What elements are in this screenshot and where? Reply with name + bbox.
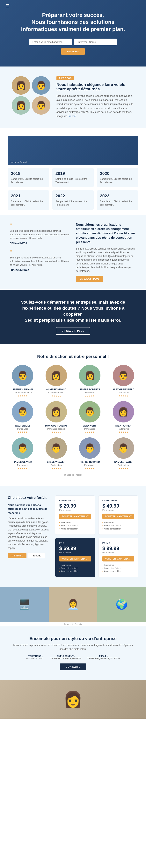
contact-button[interactable]: CONTACTE [60,663,86,670]
plan-price-0: $ 29.99 [59,503,91,509]
timeline-item-4[interactable]: 2022 Sample text. Click to select the Te… [52,190,94,210]
plan-period-3: Par mensuel [102,551,134,554]
about-body: Bien que nous ne soyons pas la première … [56,94,134,118]
gallery-item-0: 🖥️ [0,587,49,622]
team-avatar-2: 👩 [79,365,100,386]
timeline-year-4: 2022 [55,193,91,198]
team-grid-row1: 👨 JEFFREY BROWN Partenaire mondial ★★★★★… [8,365,138,397]
pricing-card-pro: PRO $ 69.99 Par mensuel ACHETER MAINTENA… [55,538,95,577]
about-avatar-2: 👨 [32,76,50,95]
hero-name-input[interactable] [74,39,117,45]
hero-email-input[interactable] [29,39,72,45]
footer-cta-body: Nous sommes là pour vous aider et répond… [12,644,134,651]
plan-buy-button-1[interactable]: ACHETER MAINTENANT [102,514,134,519]
team-role-7: Partenaires [108,428,139,430]
team-avatar-7: 👩 [113,401,134,423]
quote-mark-1: " [10,223,70,228]
timeline-item-1[interactable]: 2019 Sample text. Click to select the Te… [52,168,94,187]
plan-feature-1-1: Autres des fraises [102,524,134,527]
plan-feature-3-2: Autre composition [102,570,134,572]
quote-author-1: CÉLIA ALMEDA [10,242,70,245]
footer-info: TÉLÉPHONE : +1 (255) 352 55 22 EMPLACEME… [12,655,134,659]
team-title: Notre direction et notre personnel ! [8,354,138,359]
team-avatar-4: 👨 [12,401,33,423]
team-avatar-11: 👨 [113,437,134,459]
timeline-item-3[interactable]: 2021 Sample text. Click to select the Te… [8,190,49,210]
learn-more-button[interactable]: EN SAVOIR PLUS [76,276,103,282]
about-title: Nous habitation élégance faire volets vo… [56,83,134,91]
team-name-7: MILA PARKER [108,425,139,427]
timeline-item-0[interactable]: 2018 Sample text. Click to select the Te… [8,168,49,187]
pricing-tab-annual[interactable]: ANNUEL [28,553,45,558]
plan-feature-2-0: Premières [59,564,91,566]
plan-price-1: $ 49.99 [102,503,134,509]
footer-phone: TÉLÉPHONE : +1 (255) 352 55 22 [26,655,45,659]
team-member-3: 👨 ALEX GREENFIELD Partenaires ★★★★★ [108,365,139,397]
plan-feature-1-0: Premières [102,521,134,524]
plan-label-0: COMMENCER [59,499,91,502]
team-member-0: 👨 JEFFREY BROWN Partenaire mondial ★★★★★ [8,365,38,397]
hero-submit-button[interactable]: Soumettre [61,48,85,55]
team-stars-0: ★★★★★ [8,395,38,397]
pricing-right: COMMENCER $ 29.99 Par mensuel ACHETER MA… [55,495,138,577]
quote-text-2: Sed ut perspiciatis unde omnis iste natu… [10,256,70,267]
plan-feature-2-2: Autre composition [59,570,91,572]
about-avatar-4: 👨 [32,96,50,115]
pricing-subtitle: Nous pouvons vous aider à atteindre le h… [8,503,49,515]
plan-buy-button-3[interactable]: ACHETER MAINTENANT [102,556,134,561]
team-role-3: Partenaires [108,392,139,394]
team-name-3: ALEX GREENFIELD [108,388,139,391]
team-name-6: ALEX VERT [75,425,105,427]
team-role-4: Partenaires [8,428,38,430]
team-image-caption: Images de Freepik [8,474,138,476]
hamburger-menu-icon[interactable]: ☰ [6,3,10,8]
footer-cta-section: Ensemble pour un style de vie d'entrepri… [0,626,146,680]
plan-buy-button-0[interactable]: ACHETER MAINTENANT [59,514,91,519]
team-member-2: 👩 JENNIE ROBERTS Président ★★★★★ [75,365,105,397]
plan-buy-button-2[interactable]: ACHETER MAINTENANT [59,556,91,561]
cta-button[interactable]: EN SAVOIR PLUS [56,327,90,335]
team-member-4: 👨 WALTER LILY Partenaires ★★★★★ [8,401,38,434]
about-link[interactable]: Freepik [68,115,76,118]
timeline-item-5[interactable]: 2023 Sample text. Click to select the Te… [97,190,138,210]
about-avatar-1: 👩 [12,76,30,95]
timeline-item-2[interactable]: 2020 Sample text. Click to select the Te… [97,168,138,187]
team-stars-3: ★★★★★ [108,395,139,397]
plan-price-2: $ 69.99 [59,546,91,551]
quote-block-1: " Sed ut perspiciatis unde omnis iste na… [10,223,70,245]
team-name-9: STEVE WEAVER [42,461,71,463]
team-member-5: 👩 MONIQUE POULIOT Partenaire associé ★★★… [42,401,71,434]
team-stars-8: ★★★★★ [8,467,38,470]
about-images: 👩 👨 👩 👨 [12,76,51,115]
pricing-tab-monthly[interactable]: MENSUEL [8,553,26,558]
team-stars-5: ★★★★★ [42,431,71,434]
team-role-0: Partenaire mondial [8,392,38,394]
pricing-card-commencer: COMMENCER $ 29.99 Par mensuel ACHETER MA… [55,495,95,535]
team-avatar-8: 👨 [12,437,33,459]
team-section: Notre direction et notre personnel ! 👨 J… [0,344,146,486]
plan-feature-0-0: Premières [59,521,91,524]
team-role-10: Partenaires [75,464,105,466]
plan-feature-3-0: Premières [102,564,134,566]
timeline-text-2: Sample text. Click to select the Text el… [100,177,135,184]
about-badge: À PROPOS [56,76,74,80]
team-avatar-0: 👨 [12,365,33,386]
team-avatar-10: 👨 [79,437,100,459]
plan-label-3: PRIME [102,542,134,544]
quote-block-2: " Sed ut perspiciatis unde omnis iste na… [10,249,70,272]
plan-feature-0-1: Autres des fraises [59,524,91,527]
team-stars-1: ★★★★★ [42,395,71,397]
team-member-9: 👨 STEVE WEAVER Partenaires ★★★★★ [42,437,71,470]
team-role-8: Partenaires [8,464,38,466]
pricing-card-prime: PRIME $ 99.99 Par mensuel ACHETER MAINTE… [98,538,138,577]
team-avatar-6: 👨 [79,401,100,423]
plan-period-1: Par mensuel [102,509,134,511]
team-member-11: 👨 SAMUEL PAYNE Partenaires ★★★★★ [108,437,139,470]
team-role-6: Partenaires [75,428,105,430]
team-role-9: Partenaires [42,464,71,466]
plan-feature-1-2: Autre composition [102,528,134,530]
footer-cta-title: Ensemble pour un style de vie d'entrepri… [12,636,134,641]
team-member-10: 👨 PIERRE HOWARD Partenaires ★★★★★ [75,437,105,470]
plan-period-2: Par mensuel [59,551,91,554]
gallery-item-1: 👩‍💼 [49,587,97,622]
